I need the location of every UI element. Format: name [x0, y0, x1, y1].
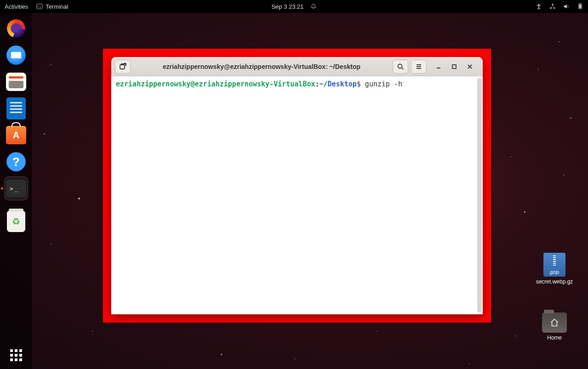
new-tab-icon: [119, 63, 126, 70]
prompt-path: ~/Desktop: [320, 80, 357, 88]
highlight-annotation: ezriahzippernowsky@ezriahzippernowsky-Vi…: [103, 49, 491, 323]
hamburger-icon: [415, 63, 422, 70]
minimize-button[interactable]: [435, 63, 442, 70]
battery-icon[interactable]: [577, 3, 583, 10]
window-title: ezriahzippernowsky@ezriahzippernowsky-Vi…: [133, 63, 390, 70]
clock[interactable]: Sep 3 23:21: [271, 3, 303, 10]
desktop-file-label: secret.webp.gz: [534, 278, 575, 285]
dock-thunderbird[interactable]: [4, 43, 28, 67]
prompt-separator: :: [315, 80, 319, 88]
active-app-indicator[interactable]: Terminal: [36, 3, 68, 10]
svg-rect-8: [120, 65, 125, 69]
dock-writer[interactable]: [4, 97, 28, 120]
dock-firefox[interactable]: [4, 17, 28, 40]
dock-trash[interactable]: ♻: [4, 210, 28, 233]
terminal-scrollbar[interactable]: [477, 78, 482, 312]
firefox-icon: [7, 19, 25, 38]
close-icon: [467, 63, 473, 70]
active-app-name: Terminal: [46, 3, 68, 10]
svg-point-9: [398, 64, 402, 68]
svg-rect-0: [37, 4, 42, 9]
gzip-archive-icon: gzip: [543, 253, 565, 277]
svg-rect-6: [579, 3, 581, 4]
home-glyph-icon: [549, 318, 559, 328]
new-tab-button[interactable]: [115, 60, 131, 74]
maximize-button[interactable]: [451, 63, 458, 70]
svg-point-2: [552, 4, 553, 5]
volume-icon[interactable]: [563, 3, 570, 10]
dock-help[interactable]: ?: [4, 150, 28, 174]
desktop-folder-home[interactable]: Home: [534, 312, 575, 341]
thunderbird-icon: [6, 45, 26, 65]
desktop-file-secret-gzip[interactable]: gzip secret.webp.gz: [534, 253, 575, 285]
terminal-icon: >_: [6, 180, 26, 197]
svg-rect-7: [579, 5, 581, 8]
terminal-body[interactable]: ezriahzippernowsky@ezriahzippernowsky-Vi…: [111, 76, 483, 314]
maximize-icon: [451, 63, 457, 70]
svg-rect-10: [452, 65, 456, 68]
minimize-icon: [435, 63, 442, 70]
accessibility-icon[interactable]: [536, 3, 542, 10]
notification-bell-icon[interactable]: [310, 3, 317, 10]
top-bar: Activities Terminal Sep 3 23:21: [0, 0, 588, 13]
prompt-command: gunzip -h: [361, 80, 402, 88]
files-icon: [6, 73, 26, 91]
folder-icon: [542, 312, 567, 333]
activities-button[interactable]: Activities: [5, 3, 28, 10]
writer-icon: [6, 97, 26, 119]
software-icon: A: [6, 126, 26, 144]
dock: A ? >_ ♻: [0, 13, 32, 369]
prompt-symbol: $: [357, 80, 361, 88]
dock-files[interactable]: [4, 70, 28, 94]
search-button[interactable]: [393, 60, 408, 74]
dock-software[interactable]: A: [4, 123, 28, 147]
close-button[interactable]: [466, 63, 474, 70]
prompt-user-host: ezriahzippernowsky@ezriahzippernowsky-Vi…: [116, 80, 315, 88]
terminal-window: ezriahzippernowsky@ezriahzippernowsky-Vi…: [111, 57, 483, 314]
show-applications-button[interactable]: [7, 346, 25, 364]
svg-point-1: [538, 4, 540, 5]
window-titlebar[interactable]: ezriahzippernowsky@ezriahzippernowsky-Vi…: [111, 57, 483, 76]
network-icon[interactable]: [549, 3, 556, 10]
search-icon: [397, 63, 404, 70]
trash-icon: ♻: [7, 211, 25, 232]
desktop-folder-label: Home: [534, 335, 575, 341]
terminal-small-icon: [36, 3, 43, 10]
hamburger-menu-button[interactable]: [411, 60, 427, 74]
dock-terminal[interactable]: >_: [4, 176, 28, 200]
help-icon: ?: [6, 152, 26, 171]
